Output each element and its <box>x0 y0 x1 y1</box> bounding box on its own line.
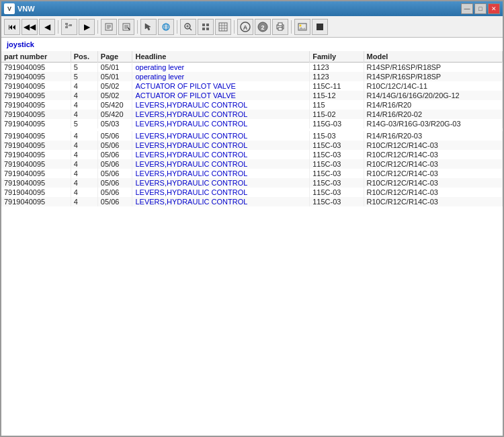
table-row[interactable]: 7919040095 4 05/06 LEVERS,HYDRAULIC CONT… <box>1 150 503 159</box>
table-container[interactable]: part number Pos. Page Headline Family Mo… <box>1 51 503 436</box>
svg-rect-44 <box>317 24 323 30</box>
table-row[interactable]: 7919040095 5 05/03 LEVERS,HYDRAULIC CONT… <box>1 119 503 128</box>
print-button[interactable] <box>272 19 288 35</box>
stop-button[interactable] <box>312 19 328 35</box>
edit2-button[interactable] <box>118 19 134 35</box>
table-row[interactable]: 7919040095 4 05/06 LEVERS,HYDRAULIC CONT… <box>1 188 503 197</box>
tree-button[interactable] <box>61 19 77 35</box>
svg-rect-2 <box>69 24 72 26</box>
app-icon: V <box>4 3 15 14</box>
image-button[interactable] <box>294 19 310 35</box>
cell-headline[interactable]: operating lever <box>132 72 310 81</box>
cell-headline[interactable]: LEVERS,HYDRAULIC CONTROL <box>132 169 310 178</box>
svg-rect-26 <box>202 28 205 30</box>
cell-pos: 4 <box>71 159 97 169</box>
cell-pos: 4 <box>71 188 97 197</box>
cell-headline[interactable]: operating lever <box>132 63 310 73</box>
cell-pos: 4 <box>71 141 97 150</box>
grid1-button[interactable] <box>198 19 214 35</box>
breadcrumb: joystick <box>1 38 503 51</box>
prev-prev-button[interactable]: ◀◀ <box>22 19 38 35</box>
cell-headline[interactable]: LEVERS,HYDRAULIC CONTROL <box>132 110 310 119</box>
zoom-button[interactable] <box>180 19 196 35</box>
at1-button[interactable]: A <box>237 19 253 35</box>
cell-page: 05/06 <box>97 159 132 169</box>
separator-2 <box>97 20 98 34</box>
cell-pos: 5 <box>71 63 97 73</box>
cell-page: 05/02 <box>97 91 132 100</box>
table-row[interactable]: 7919040095 4 05/420 LEVERS,HYDRAULIC CON… <box>1 110 503 119</box>
cell-headline[interactable]: LEVERS,HYDRAULIC CONTROL <box>132 100 310 110</box>
cell-headline[interactable]: LEVERS,HYDRAULIC CONTROL <box>132 197 310 206</box>
cell-part-number: 7919040095 <box>1 169 71 178</box>
grid2-button[interactable] <box>215 19 231 35</box>
cell-headline[interactable]: LEVERS,HYDRAULIC CONTROL <box>132 141 310 150</box>
main-content: joystick part number Pos. Page Headline … <box>1 38 503 436</box>
forward-button[interactable]: ▶ <box>79 19 95 35</box>
cell-part-number: 7919040095 <box>1 81 71 91</box>
cell-family: 115-12 <box>310 91 364 100</box>
header-headline: Headline <box>132 51 310 63</box>
cell-family: 115-03 <box>310 131 364 141</box>
cell-page: 05/06 <box>97 150 132 159</box>
table-row[interactable]: 7919040095 4 05/06 LEVERS,HYDRAULIC CONT… <box>1 141 503 150</box>
prev-button[interactable]: ◀ <box>39 19 55 35</box>
main-window: V VNW — □ ✕ ⏮ ◀◀ ◀ ▶ <box>0 0 504 437</box>
table-row[interactable]: 7919040095 4 05/06 LEVERS,HYDRAULIC CONT… <box>1 159 503 169</box>
maximize-button[interactable]: □ <box>474 3 487 14</box>
title-bar: V VNW — □ ✕ <box>1 1 503 16</box>
edit-button[interactable] <box>101 19 117 35</box>
cell-pos: 4 <box>71 91 97 100</box>
table-row[interactable]: 7919040095 4 05/06 LEVERS,HYDRAULIC CONT… <box>1 169 503 178</box>
table-row[interactable]: 7919040095 4 05/02 ACTUATOR OF PILOT VAL… <box>1 81 503 91</box>
cell-pos: 4 <box>71 81 97 91</box>
cell-family: 115-02 <box>310 110 364 119</box>
cell-family: 115G-03 <box>310 119 364 128</box>
cell-family: 115C-03 <box>310 159 364 169</box>
table-row[interactable]: 7919040095 4 05/420 LEVERS,HYDRAULIC CON… <box>1 100 503 110</box>
table-row[interactable]: 7919040095 4 05/06 LEVERS,HYDRAULIC CONT… <box>1 197 503 206</box>
cell-model: R14/R16/R20-02 <box>364 110 502 119</box>
cell-headline[interactable]: LEVERS,HYDRAULIC CONTROL <box>132 150 310 159</box>
cell-page: 05/02 <box>97 81 132 91</box>
table-row[interactable]: 7919040095 4 05/06 LEVERS,HYDRAULIC CONT… <box>1 178 503 188</box>
minimize-button[interactable]: — <box>461 3 473 14</box>
close-button[interactable]: ✕ <box>488 3 500 14</box>
cell-model: R10C/R12C/R14C-03 <box>364 188 502 197</box>
cell-headline[interactable]: LEVERS,HYDRAULIC CONTROL <box>132 159 310 169</box>
cell-part-number: 7919040095 <box>1 91 71 100</box>
cell-headline[interactable]: ACTUATOR OF PILOT VALVE <box>132 81 310 91</box>
cell-page: 05/06 <box>97 131 132 141</box>
table-row[interactable]: 7919040095 4 05/06 LEVERS,HYDRAULIC CONT… <box>1 131 503 141</box>
cell-headline[interactable]: LEVERS,HYDRAULIC CONTROL <box>132 131 310 141</box>
table-header-row: part number Pos. Page Headline Family Mo… <box>1 51 503 63</box>
cell-headline[interactable]: LEVERS,HYDRAULIC CONTROL <box>132 178 310 188</box>
first-button[interactable]: ⏮ <box>4 19 20 35</box>
cell-headline[interactable]: LEVERS,HYDRAULIC CONTROL <box>132 119 310 128</box>
cell-headline[interactable]: ACTUATOR OF PILOT VALVE <box>132 91 310 100</box>
separator-4 <box>177 20 177 34</box>
svg-rect-38 <box>278 23 282 26</box>
cell-pos: 5 <box>71 119 97 128</box>
table-row[interactable]: 7919040095 5 05/01 operating lever 1123 … <box>1 72 503 81</box>
cell-pos: 5 <box>71 72 97 81</box>
svg-point-43 <box>300 24 302 26</box>
cell-part-number: 7919040095 <box>1 100 71 110</box>
cell-headline[interactable]: LEVERS,HYDRAULIC CONTROL <box>132 188 310 197</box>
cell-page: 05/01 <box>97 63 132 73</box>
cell-model: R14/14G/16/16G/20/20G-12 <box>364 91 502 100</box>
cell-page: 05/06 <box>97 169 132 178</box>
cell-page: 05/420 <box>97 110 132 119</box>
table-row[interactable]: 7919040095 5 05/01 operating lever 1123 … <box>1 63 503 73</box>
window-controls: — □ ✕ <box>461 3 500 14</box>
at2-button[interactable]: 2 <box>255 19 271 35</box>
cell-page: 05/06 <box>97 141 132 150</box>
cell-pos: 4 <box>71 131 97 141</box>
globe-button[interactable] <box>158 19 174 35</box>
cell-page: 05/01 <box>97 72 132 81</box>
table-row[interactable]: 7919040095 4 05/02 ACTUATOR OF PILOT VAL… <box>1 91 503 100</box>
cell-part-number: 7919040095 <box>1 197 71 206</box>
cell-part-number: 7919040095 <box>1 188 71 197</box>
cursor-button[interactable] <box>140 19 157 35</box>
cell-model: R10C/R12C/R14C-03 <box>364 178 502 188</box>
